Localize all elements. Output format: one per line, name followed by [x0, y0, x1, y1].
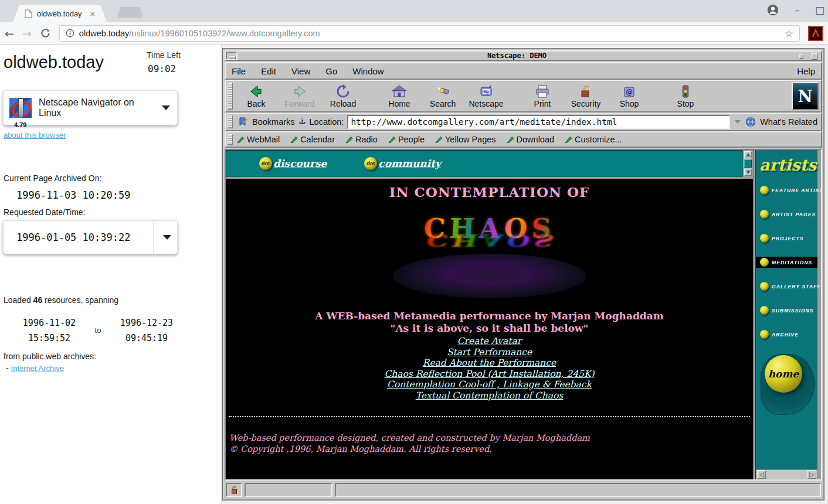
page-info-icon[interactable] [66, 29, 74, 38]
scroll-up-icon[interactable] [744, 151, 752, 158]
adobe-extension-icon[interactable] [808, 26, 823, 41]
link-reflection-pool[interactable]: Chaos Reflection Pool (Art Installation,… [384, 369, 594, 379]
menu-help[interactable]: Help [797, 66, 815, 76]
top-frame-scrollbar[interactable] [743, 150, 753, 177]
personal-link-people[interactable]: People [388, 135, 425, 144]
back-button[interactable]: Back [235, 81, 278, 111]
link-cool-off[interactable]: Contemplation Cool-off , Linkage & Feeba… [387, 379, 592, 390]
adobe-a-glyph [811, 29, 820, 38]
sidebar-item-meditations[interactable]: MEDITATIONS [756, 257, 817, 268]
link-textual-contemplation[interactable]: Textual Contemplation of Chaos [416, 390, 564, 401]
toolbar-grip[interactable] [228, 83, 233, 110]
forward-button[interactable]: Forward [278, 81, 321, 111]
scrollbar-thumb[interactable] [744, 159, 752, 168]
stop-button[interactable]: Stop [664, 81, 707, 111]
nav-discourse[interactable]: dot discourse [259, 157, 327, 170]
menu-file[interactable]: File [232, 66, 246, 76]
window-iconify-button[interactable] [796, 52, 808, 60]
bookmarks-icon[interactable] [238, 117, 249, 127]
bookmark-pen-icon [507, 135, 514, 144]
reload-button[interactable] [40, 28, 51, 39]
unlocked-padlock-icon [231, 486, 237, 494]
reload-button[interactable]: Reload [321, 81, 365, 111]
link-create-avatar[interactable]: Create Avatar [457, 336, 521, 346]
scroll-right-icon[interactable]: ▷ [807, 470, 816, 479]
home-button[interactable]: Home [378, 81, 421, 111]
resource-span: 1996-11-02 15:59:52 to 1996-12-23 09:45:… [14, 315, 184, 346]
sidebar-item-artist-pages[interactable]: ARTIST PAGES [756, 209, 817, 220]
new-tab-button[interactable] [117, 7, 143, 18]
browser-selector[interactable]: 4.79 Netscape Navigator on Linux [3, 90, 178, 125]
credits: Web-based performance designed, created … [226, 433, 590, 455]
personal-link-calendar[interactable]: Calendar [290, 135, 335, 144]
bookmarks-label[interactable]: Bookmarks [252, 117, 295, 127]
x11-titlebar[interactable]: Netscape: DEMO [225, 50, 822, 61]
sidebar-item-feature-artist[interactable]: FEATURE ARTIST [756, 185, 817, 196]
print-button[interactable]: Print [521, 81, 564, 111]
menu-window[interactable]: Window [352, 66, 384, 76]
personal-link-yellow-pages[interactable]: Yellow Pages [435, 135, 496, 144]
location-bar-grip[interactable] [228, 115, 233, 128]
time-left-label: Time Left [147, 50, 181, 60]
search-button[interactable]: Search [421, 81, 464, 111]
url-bar[interactable]: oldweb.today/nslinux/19960105103922/www.… [59, 25, 800, 42]
window-maximize-button[interactable]: □ [815, 4, 824, 16]
nav-community[interactable]: dot community [364, 157, 441, 170]
stop-traffic-light-icon [678, 84, 693, 98]
whats-related-globe-icon[interactable] [745, 117, 756, 127]
url-text[interactable]: oldweb.today/nslinux/19960105103922/www.… [79, 29, 780, 38]
netscape-logo[interactable]: N [792, 82, 819, 110]
shop-icon: @ [622, 84, 637, 98]
security-button[interactable]: Security [564, 81, 608, 111]
window-menu-button[interactable] [226, 52, 237, 60]
sidebar-item-projects[interactable]: PROJECTS [756, 233, 817, 244]
location-bar: Bookmarks Location: What's Related [225, 113, 822, 131]
menu-view[interactable]: View [291, 66, 310, 76]
shop-button[interactable]: @ Shop [608, 81, 651, 111]
personal-toolbar: WebMail Calendar Radio People Yellow Pag… [225, 131, 822, 148]
personal-link-customize[interactable]: Customize... [565, 135, 622, 144]
whats-related-label[interactable]: What's Related [760, 117, 817, 127]
profile-avatar-icon[interactable] [766, 4, 779, 16]
home-button-area: home [756, 349, 817, 420]
location-dropdown-icon[interactable] [735, 120, 741, 124]
divider [153, 221, 154, 254]
span-to-word: to [84, 315, 111, 346]
time-left-value: 09:02 [148, 63, 176, 74]
netscape-button[interactable]: My Netscape [464, 81, 508, 111]
requested-datetime-selector[interactable]: 1996-01-05 10:39:22 [3, 220, 178, 254]
netscape-menubar: File Edit View Go Window Help [225, 62, 822, 80]
scroll-down-icon[interactable] [744, 169, 752, 176]
personal-toolbar-grip[interactable] [228, 134, 233, 145]
internet-archive-link[interactable]: Internet Archive [11, 364, 64, 373]
personal-link-webmail[interactable]: WebMail [237, 135, 280, 144]
quote: "As it is above, so it shall be below" [391, 322, 589, 334]
menu-go[interactable]: Go [325, 66, 337, 76]
forward-button[interactable]: → [22, 27, 32, 40]
back-button[interactable]: ← [5, 27, 14, 40]
link-read-about[interactable]: Read About the Performance [423, 357, 556, 368]
personal-link-download[interactable]: Download [507, 135, 555, 144]
sidebar-item-submissions[interactable]: SUBMISSIONS [756, 305, 817, 316]
window-minimize-button[interactable]: – [795, 4, 800, 16]
menu-edit[interactable]: Edit [261, 66, 276, 76]
page-title: IN CONTEMPLATION OF [389, 184, 590, 200]
personal-link-radio[interactable]: Radio [345, 135, 378, 144]
security-status[interactable] [226, 483, 242, 497]
sphere-bullet-icon [760, 258, 769, 267]
tab-close-icon[interactable]: × [90, 9, 95, 19]
my-netscape-icon: My [479, 84, 494, 98]
location-input[interactable] [348, 117, 729, 127]
sidebar-item-archive[interactable]: ARCHIVE [756, 329, 817, 340]
browser-selector-label: Netscape Navigator on Linux [39, 97, 155, 118]
status-message-panel [335, 483, 821, 497]
artists-horizontal-scrollbar[interactable]: ◁ ▷ [756, 469, 817, 479]
about-browser-link[interactable]: about this browser [4, 131, 66, 139]
link-start-performance[interactable]: Start Performance [447, 347, 532, 357]
home-button[interactable]: home [765, 355, 802, 393]
sidebar-item-gallery-staff[interactable]: GALLERY STAFF [756, 281, 817, 292]
window-maximize-button[interactable] [809, 52, 821, 60]
scroll-left-icon[interactable]: ◁ [757, 470, 766, 479]
browser-tab[interactable]: oldweb.today × [13, 5, 107, 22]
bookmark-star-icon[interactable]: ☆ [785, 28, 793, 39]
